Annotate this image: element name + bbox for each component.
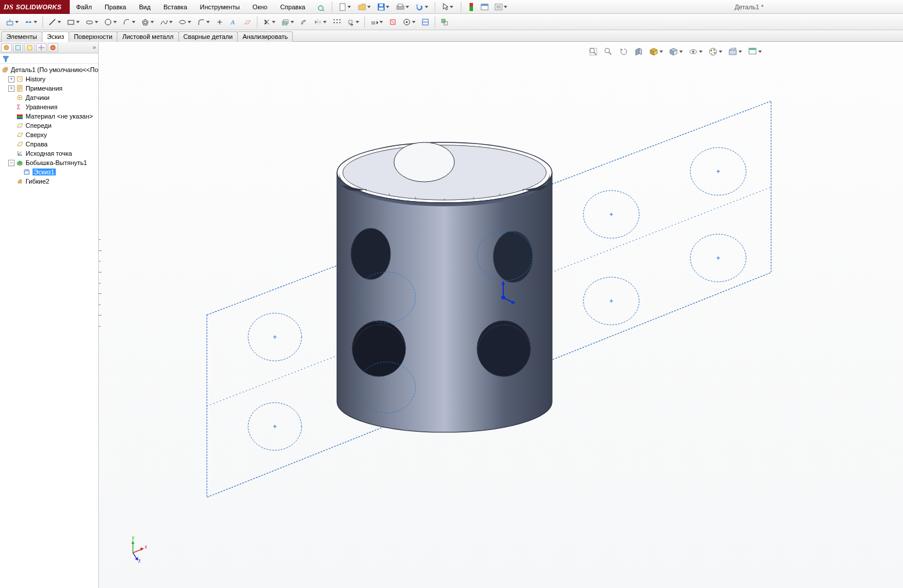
svg-point-48 <box>336 22 338 23</box>
svg-point-59 <box>406 21 408 23</box>
open-file-button[interactable] <box>356 1 373 13</box>
graphics-area[interactable]: y x z <box>99 42 903 588</box>
svg-rect-25 <box>68 20 74 24</box>
slot-tool[interactable] <box>83 16 101 28</box>
options-button[interactable] <box>479 1 490 13</box>
svg-rect-7 <box>379 8 384 10</box>
move-entities-tool[interactable] <box>344 16 361 28</box>
repair-sketch-tool[interactable] <box>386 16 399 28</box>
menu-вид[interactable]: Вид <box>132 1 157 13</box>
svg-marker-83 <box>17 124 23 127</box>
command-tab-0[interactable]: Элементы <box>1 31 42 42</box>
tree-item-4[interactable]: Материал <не указан> <box>0 112 98 121</box>
tree-item-11[interactable]: Гибкие2 <box>0 177 98 186</box>
tree-item-8[interactable]: Исходная точка <box>0 149 98 158</box>
svg-rect-6 <box>379 4 383 6</box>
mirror-tool[interactable] <box>311 16 329 28</box>
text-tool[interactable]: A <box>227 16 240 28</box>
command-tab-4[interactable]: Сварные детали <box>178 31 238 42</box>
tree-item-10[interactable]: Эскиз1 <box>0 167 98 177</box>
fillet-tool[interactable] <box>195 16 212 28</box>
command-tab-3[interactable]: Листовой металл <box>117 31 178 42</box>
fm-tab-configuration[interactable] <box>24 43 35 52</box>
spline-tool[interactable] <box>157 16 175 28</box>
instant2d-tool[interactable] <box>438 16 451 28</box>
tree-item-9[interactable]: −Бобышка-Вытянуть1 <box>0 158 98 167</box>
help-icon[interactable] <box>316 1 328 13</box>
svg-point-45 <box>336 19 338 20</box>
point-tool[interactable] <box>213 16 226 28</box>
new-file-button[interactable] <box>336 1 354 13</box>
svg-point-138 <box>493 231 533 282</box>
svg-marker-23 <box>30 21 31 23</box>
command-tab-1[interactable]: Эскиз <box>42 31 69 42</box>
select-tool[interactable] <box>439 1 457 13</box>
tree-root-label: Деталь1 (По умолчанию<<По <box>11 66 98 73</box>
quick-snaps-tool[interactable] <box>400 16 418 28</box>
display-relations-tool[interactable] <box>368 16 385 28</box>
rapid-sketch-tool[interactable] <box>419 16 432 28</box>
menu-файл[interactable]: Файл <box>70 1 98 13</box>
fm-tab-feature-tree[interactable] <box>1 43 12 52</box>
tree-item-3[interactable]: ΣУравнения <box>0 102 98 112</box>
tree-item-7[interactable]: Справа <box>0 139 98 149</box>
line-tool[interactable] <box>46 16 63 28</box>
menu-вставка[interactable]: Вставка <box>157 1 193 13</box>
fm-tab-display[interactable] <box>48 43 58 52</box>
svg-rect-9 <box>398 4 403 6</box>
rebuild-button[interactable] <box>465 1 477 13</box>
fm-expand-icon[interactable]: » <box>92 44 96 51</box>
svg-point-30 <box>180 20 185 24</box>
trim-tool[interactable] <box>260 16 278 28</box>
filter-bar[interactable] <box>0 53 98 64</box>
tree-item-6[interactable]: Сверху <box>0 130 98 139</box>
undo-button[interactable] <box>413 1 431 13</box>
arc-tool[interactable] <box>120 16 138 28</box>
menu-правка[interactable]: Правка <box>98 1 132 13</box>
document-title: Деталь1 * <box>734 3 764 10</box>
tree-root[interactable]: Деталь1 (По умолчанию<<По <box>0 65 98 74</box>
convert-entities-tool[interactable] <box>279 16 296 28</box>
polygon-tool[interactable] <box>139 16 156 28</box>
plane-tool[interactable] <box>241 16 254 28</box>
svg-marker-55 <box>377 21 378 24</box>
menu-окно[interactable]: Окно <box>246 1 274 13</box>
fm-tab-property-manager[interactable] <box>13 43 23 52</box>
tree-item-1[interactable]: +AПримечания <box>0 84 98 93</box>
linear-pattern-tool[interactable] <box>330 16 343 28</box>
menu-справка[interactable]: Справка <box>274 1 311 13</box>
offset-entities-tool[interactable] <box>298 16 310 28</box>
svg-rect-62 <box>442 19 445 23</box>
svg-marker-22 <box>26 21 27 23</box>
model-view <box>99 42 903 588</box>
save-button[interactable] <box>375 1 392 13</box>
origin-icon <box>16 149 24 157</box>
print-button[interactable] <box>394 1 411 13</box>
svg-rect-12 <box>470 6 473 11</box>
feature-manager-tabs: » <box>0 42 98 53</box>
fm-tab-dimxpert[interactable] <box>36 43 46 52</box>
circle-tool[interactable] <box>102 16 119 28</box>
tree-item-0[interactable]: +History <box>0 74 98 84</box>
svg-text:z: z <box>138 558 141 562</box>
svg-point-140 <box>477 321 531 377</box>
svg-marker-43 <box>318 20 321 24</box>
ellipse-tool[interactable] <box>176 16 193 28</box>
rectangle-tool[interactable] <box>64 16 82 28</box>
command-tab-2[interactable]: Поверхности <box>69 31 117 42</box>
command-tab-5[interactable]: Анализировать <box>237 31 293 42</box>
svg-point-137 <box>351 228 390 279</box>
settings-icon[interactable] <box>492 1 510 13</box>
tree-item-5[interactable]: Спереди <box>0 121 98 130</box>
smart-dimension-button[interactable] <box>22 16 40 28</box>
menu-инструменты[interactable]: Инструменты <box>193 1 246 13</box>
extrude-icon <box>16 159 24 167</box>
feature-manager-panel: » Деталь1 (По умолчанию<<По +History+AПр… <box>0 42 99 588</box>
tree-item-2[interactable]: Датчики <box>0 93 98 102</box>
logo-prefix: DS <box>3 2 13 12</box>
svg-marker-34 <box>245 21 250 24</box>
app-logo: DS SOLIDWORKS <box>0 0 70 14</box>
svg-rect-65 <box>16 45 20 50</box>
sketch-button[interactable] <box>3 16 21 28</box>
svg-point-0 <box>318 6 323 10</box>
